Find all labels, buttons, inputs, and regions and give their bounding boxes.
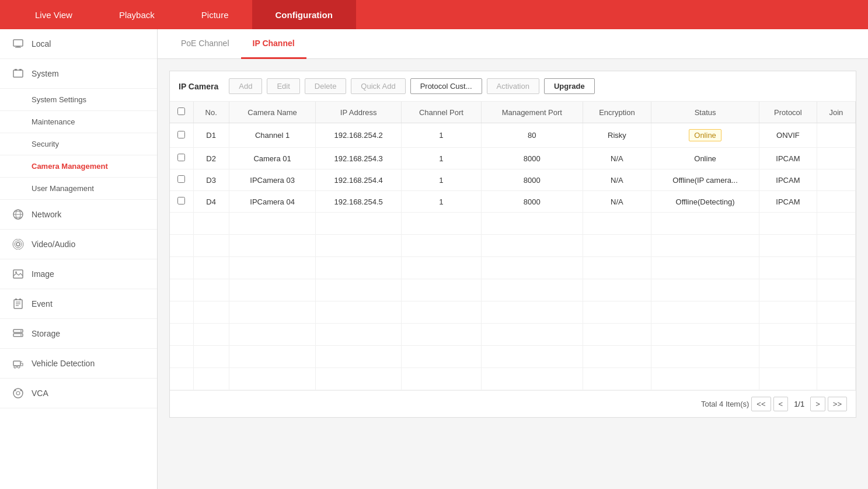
svg-rect-2 <box>15 47 21 48</box>
empty-cell <box>817 368 855 390</box>
sidebar-item-maintenance[interactable]: Maintenance <box>0 111 157 133</box>
row-ip-address: 192.168.254.3 <box>316 148 402 169</box>
tab-poe-channel[interactable]: PoE Channel <box>169 29 241 59</box>
nav-picture[interactable]: Picture <box>178 0 252 29</box>
nav-live-view[interactable]: Live View <box>12 0 96 29</box>
empty-cell <box>170 368 193 390</box>
empty-cell <box>583 346 651 368</box>
empty-cell <box>229 279 316 301</box>
sidebar-item-storage[interactable]: Storage <box>0 319 157 349</box>
row-ip-address: 192.168.254.4 <box>316 169 402 191</box>
row-checkbox[interactable] <box>177 154 185 161</box>
sidebar-label-system: System <box>32 69 59 78</box>
empty-cell <box>193 257 229 279</box>
empty-cell <box>759 279 817 301</box>
activation-button[interactable]: Activation <box>487 78 539 94</box>
row-checkbox-cell <box>170 191 193 213</box>
empty-cell <box>481 213 583 235</box>
sidebar-item-local[interactable]: Local <box>0 29 157 59</box>
empty-table-row <box>170 368 856 390</box>
empty-cell <box>316 213 402 235</box>
sidebar-item-system-settings[interactable]: System Settings <box>0 89 157 111</box>
top-navigation: Live View Playback Picture Configuration <box>0 0 868 29</box>
ip-camera-section: IP Camera Add Edit Delete Quick Add Prot… <box>169 71 856 418</box>
upgrade-button[interactable]: Upgrade <box>544 78 595 94</box>
main-content: PoE Channel IP Channel IP Camera Add Edi… <box>158 29 868 489</box>
sidebar-item-image[interactable]: Image <box>0 259 157 289</box>
svg-rect-3 <box>13 70 23 77</box>
row-protocol: IPCAM <box>759 191 817 213</box>
empty-cell <box>401 301 481 324</box>
row-no: D2 <box>193 148 229 169</box>
quick-add-button[interactable]: Quick Add <box>351 78 405 94</box>
row-checkbox[interactable] <box>177 175 185 183</box>
nav-playback[interactable]: Playback <box>96 0 178 29</box>
empty-cell <box>401 368 481 390</box>
empty-cell <box>193 213 229 235</box>
row-checkbox[interactable] <box>177 197 185 204</box>
row-status: Online <box>651 148 759 169</box>
header-join: Join <box>817 102 855 123</box>
empty-cell <box>817 213 855 235</box>
row-no: D4 <box>193 191 229 213</box>
svg-rect-4 <box>15 69 17 71</box>
delete-button[interactable]: Delete <box>305 78 347 94</box>
row-checkbox[interactable] <box>177 131 185 138</box>
empty-cell <box>651 235 759 257</box>
sidebar-item-security[interactable]: Security <box>0 133 157 155</box>
svg-point-28 <box>18 366 20 368</box>
protocol-custom-button[interactable]: Protocol Cust... <box>410 78 482 94</box>
sidebar-item-camera-management[interactable]: Camera Management <box>0 155 157 178</box>
empty-cell <box>817 301 855 324</box>
sidebar-item-video-audio[interactable]: Video/Audio <box>0 230 157 259</box>
pagination: Total 4 Item(s) << < 1/1 > >> <box>170 390 856 417</box>
sidebar-item-network[interactable]: Network <box>0 200 157 230</box>
empty-table-row <box>170 324 856 346</box>
row-channel-port: 1 <box>401 148 481 169</box>
sidebar-item-system[interactable]: System <box>0 59 157 89</box>
row-channel-port: 1 <box>401 123 481 148</box>
vca-icon <box>12 387 25 400</box>
row-ip-address: 192.168.254.5 <box>316 191 402 213</box>
total-items: Total 4 Item(s) <box>701 400 749 408</box>
empty-cell <box>759 213 817 235</box>
table-toolbar: IP Camera Add Edit Delete Quick Add Prot… <box>170 71 856 102</box>
empty-cell <box>316 279 402 301</box>
empty-cell <box>229 301 316 324</box>
tab-ip-channel[interactable]: IP Channel <box>241 29 306 59</box>
row-protocol: ONVIF <box>759 123 817 148</box>
row-join <box>817 169 855 191</box>
empty-cell <box>583 235 651 257</box>
empty-cell <box>401 346 481 368</box>
edit-button[interactable]: Edit <box>267 78 299 94</box>
row-ip-address: 192.168.254.2 <box>316 123 402 148</box>
last-page-button[interactable]: >> <box>828 397 847 411</box>
header-channel-port: Channel Port <box>401 102 481 123</box>
row-channel-port: 1 <box>401 169 481 191</box>
sidebar-item-vca[interactable]: VCA <box>0 379 157 408</box>
nav-configuration[interactable]: Configuration <box>252 0 356 29</box>
first-page-button[interactable]: << <box>751 397 771 411</box>
sidebar-item-user-management[interactable]: User Management <box>0 178 157 200</box>
svg-point-33 <box>20 390 22 391</box>
table-row: D3IPCamera 03192.168.254.418000N/AOfflin… <box>170 169 856 191</box>
prev-page-button[interactable]: < <box>773 397 789 411</box>
empty-table-row <box>170 235 856 257</box>
empty-cell <box>170 324 193 346</box>
empty-cell <box>817 257 855 279</box>
sidebar-item-event[interactable]: Event <box>0 289 157 319</box>
svg-point-11 <box>16 242 20 246</box>
row-camera-name: IPCamera 04 <box>229 191 316 213</box>
empty-cell <box>583 301 651 324</box>
empty-cell <box>651 301 759 324</box>
next-page-button[interactable]: > <box>810 397 825 411</box>
empty-cell <box>481 368 583 390</box>
empty-cell <box>651 346 759 368</box>
empty-cell <box>316 346 402 368</box>
sidebar-label-local: Local <box>32 39 51 48</box>
row-management-port: 8000 <box>481 148 583 169</box>
empty-cell <box>229 257 316 279</box>
select-all-checkbox[interactable] <box>177 107 185 115</box>
add-button[interactable]: Add <box>229 78 262 94</box>
sidebar-item-vehicle-detection[interactable]: Vehicle Detection <box>0 349 157 379</box>
